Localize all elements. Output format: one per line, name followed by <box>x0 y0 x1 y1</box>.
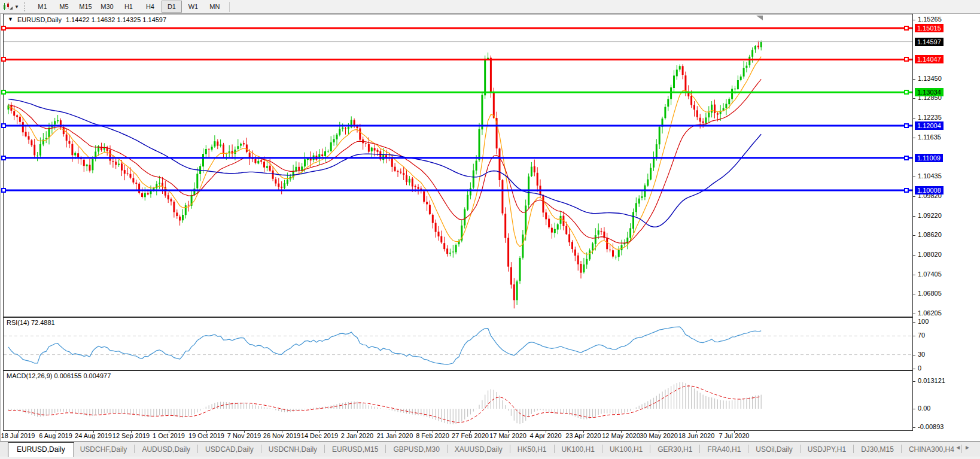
chart-tool-icon[interactable] <box>2 2 13 11</box>
price-chart-pane[interactable] <box>3 14 913 317</box>
chart-tab-dj30-m15[interactable]: DJ30,M15 <box>855 443 900 457</box>
window-bottom-strip <box>0 457 980 459</box>
toolbar-grip[interactable] <box>24 2 28 11</box>
macd-indicator-pane[interactable] <box>3 370 913 431</box>
tab-separator <box>800 445 801 453</box>
axis-tick-mark <box>913 20 915 20</box>
timeframe-button-w1[interactable]: W1 <box>183 1 203 13</box>
chart-tab-uk100-h1[interactable]: UK100,H1 <box>556 443 601 457</box>
chart-tab-ger30-h1[interactable]: GER30,H1 <box>652 443 698 457</box>
hline-endpoint-marker[interactable] <box>1 57 6 62</box>
price-axis-label: 1.13450 <box>918 75 942 83</box>
tab-separator <box>554 445 555 453</box>
chart-tab-usdjpy-h1[interactable]: USDJPY,H1 <box>802 443 852 457</box>
rsi-axis-label: 30 <box>918 351 925 358</box>
hline-endpoint-marker[interactable] <box>904 26 909 31</box>
axis-tick-mark <box>913 336 915 336</box>
hline-endpoint-marker[interactable] <box>904 123 909 128</box>
chart-ohlc-values: 1.14422 1.14632 1.14325 1.14597 <box>66 16 166 23</box>
tab-separator <box>901 445 902 453</box>
candlestick-chart-canvas[interactable] <box>4 14 912 317</box>
price-axis-label: 1.07405 <box>918 270 942 278</box>
price-badge-support-line: 1.10008 <box>915 186 944 194</box>
chart-menu-caret[interactable]: ▼ <box>8 16 13 23</box>
hline-endpoint-marker[interactable] <box>1 156 6 160</box>
rsi-axis-label: 100 <box>918 318 929 326</box>
axis-tick-mark <box>913 427 915 428</box>
hline-endpoint-marker[interactable] <box>1 90 6 95</box>
timeframe-button-h1[interactable]: H1 <box>118 1 139 13</box>
timeframe-button-mn[interactable]: MN <box>205 1 225 13</box>
chart-tab-eurusd-m15[interactable]: EURUSD,M15 <box>326 443 384 457</box>
hline-endpoint-marker[interactable] <box>904 90 909 95</box>
chart-tab-usoil-daily[interactable]: USOil,Daily <box>750 443 798 457</box>
chart-tab-xauusd-daily[interactable]: XAUUSD,Daily <box>449 443 509 457</box>
hline-endpoint-marker[interactable] <box>1 188 6 193</box>
tab-separator <box>602 445 602 453</box>
axis-tick-mark <box>913 79 915 80</box>
price-badge-support-line: 1.11009 <box>915 154 943 162</box>
price-badge-support-line: 1.12004 <box>915 121 944 130</box>
hline-endpoint-marker[interactable] <box>904 188 909 193</box>
chart-tab-audusd-daily[interactable]: AUDUSD,Daily <box>136 443 196 457</box>
chart-type-dropdown-caret[interactable]: ▼ <box>14 4 19 10</box>
time-axis[interactable]: 18 Jul 20196 Aug 201924 Aug 201912 Sep 2… <box>3 431 913 441</box>
price-axis-label: 1.06805 <box>918 290 942 297</box>
axis-tick-mark <box>913 314 915 314</box>
rsi-chart-canvas[interactable] <box>4 318 912 370</box>
price-axis[interactable]: 1.152651.134501.128501.122351.116351.104… <box>913 14 980 431</box>
tab-separator <box>134 445 135 453</box>
axis-tick-mark <box>913 322 915 323</box>
tab-separator <box>261 445 261 453</box>
timeframe-button-m15[interactable]: M15 <box>75 1 96 13</box>
rsi-indicator-pane[interactable] <box>3 317 913 370</box>
chart-tab-usdchf-daily[interactable]: USDCHF,Daily <box>74 443 133 457</box>
tab-scroll-right-icon[interactable]: ► <box>964 444 974 451</box>
macd-axis-label: -0.00893 <box>918 423 944 431</box>
chart-tab-eurusd-daily[interactable]: EURUSD,Daily <box>8 442 74 457</box>
hline-endpoint-marker[interactable] <box>1 123 6 128</box>
axis-tick-mark <box>913 294 915 294</box>
axis-tick-mark <box>913 409 915 409</box>
price-axis-label: 1.08620 <box>918 231 942 239</box>
timeframe-button-d1[interactable]: D1 <box>162 1 182 13</box>
chart-symbol-label: EURUSD,Daily <box>17 16 62 23</box>
timeframe-button-m30[interactable]: M30 <box>97 1 117 13</box>
chart-tab-fra40-h1[interactable]: FRA40,H1 <box>701 443 747 457</box>
axis-tick-mark <box>913 255 915 256</box>
axis-tick-mark <box>913 118 915 118</box>
tab-separator <box>853 445 854 453</box>
chart-tab-usdcad-daily[interactable]: USDCAD,Daily <box>199 443 260 457</box>
axis-tick-mark <box>913 235 915 236</box>
chart-tab-gbpusd-m30[interactable]: GBPUSD,M30 <box>387 443 445 457</box>
timeframe-button-m1[interactable]: M1 <box>32 1 53 13</box>
hline-endpoint-marker[interactable] <box>1 26 6 31</box>
axis-tick-mark <box>913 381 915 382</box>
price-axis-label: 1.11635 <box>918 133 941 141</box>
chart-tab-china300-h4[interactable]: CHINA300,H4 <box>903 443 960 457</box>
tab-scroll-left-icon[interactable]: ◄ <box>955 444 964 451</box>
chart-tab-uk100-h1[interactable]: UK100,H1 <box>604 443 649 457</box>
axis-tick-mark <box>913 275 915 275</box>
hline-endpoint-marker[interactable] <box>904 156 909 160</box>
hline-endpoint-marker[interactable] <box>904 57 909 62</box>
rsi-axis-label: 70 <box>918 332 925 339</box>
chart-tab-hk50-h1[interactable]: HK50,H1 <box>512 443 553 457</box>
price-axis-label: 1.15265 <box>918 16 942 23</box>
price-axis-label: 1.12235 <box>918 114 942 121</box>
rsi-label: RSI(14) 72.4881 <box>7 319 55 326</box>
chart-shift-marker[interactable] <box>756 16 763 20</box>
axis-tick-mark <box>913 177 915 177</box>
timeframe-button-h4[interactable]: H4 <box>140 1 160 13</box>
price-badge-current-price: 1.14597 <box>915 38 944 46</box>
macd-axis-label: 0.013121 <box>918 377 945 385</box>
time-axis-label: 7 Jul 2020 <box>710 432 758 439</box>
tab-separator <box>197 445 198 453</box>
macd-chart-canvas[interactable] <box>4 371 912 430</box>
tab-separator <box>699 445 700 453</box>
chart-title: ▼ EURUSD,Daily 1.14422 1.14632 1.14325 1… <box>8 16 166 23</box>
tab-separator <box>510 445 510 453</box>
chart-tab-usdcnh-daily[interactable]: USDCNH,Daily <box>263 443 323 457</box>
timeframe-button-m5[interactable]: M5 <box>54 1 74 13</box>
axis-tick-mark <box>913 355 915 355</box>
